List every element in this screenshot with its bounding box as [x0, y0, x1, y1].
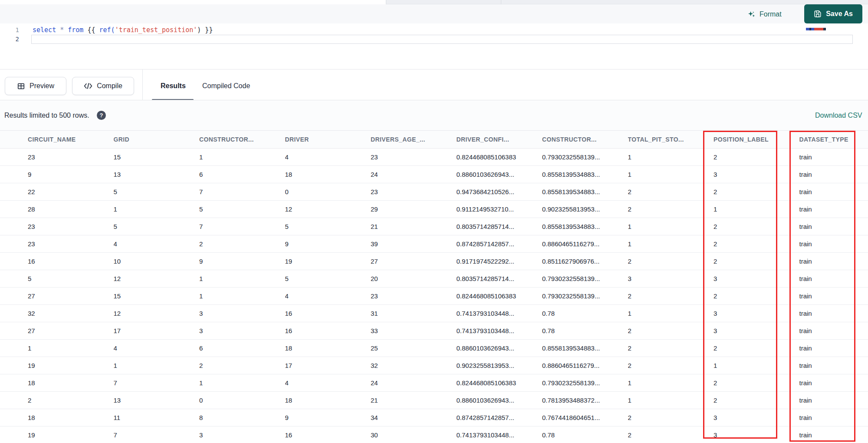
table-cell: 18: [285, 171, 371, 178]
table-cell: 0.7813953488372...: [542, 397, 628, 404]
table-cell: 2: [713, 258, 799, 265]
table-cell: 2: [713, 344, 799, 352]
table-cell: 31: [371, 310, 457, 317]
code-line[interactable]: select * from {{ ref('train_test_positio…: [33, 25, 213, 35]
table-cell: 0.7930232558139...: [542, 153, 628, 161]
code-token-plain: ) }}: [197, 26, 213, 34]
table-cell: 0: [199, 397, 285, 404]
table-cell: 3: [713, 171, 799, 178]
table-cell: train: [799, 414, 868, 421]
table-cell: 0.8035714285714...: [457, 223, 542, 230]
table-cell: 0.8860465116279...: [542, 240, 628, 248]
table-cell: 1: [713, 362, 799, 369]
table-cell: 0.9023255813953...: [457, 362, 542, 369]
table-cell: 1: [199, 275, 285, 282]
table-cell: 18: [285, 397, 371, 404]
table-cell: 6: [199, 344, 285, 352]
table-cell: 24: [371, 171, 457, 178]
table-cell: 2: [713, 188, 799, 195]
table-cell: train: [799, 171, 868, 178]
table-cell: 0.9023255813953...: [542, 205, 628, 213]
table-cell: 3: [713, 414, 799, 421]
code-icon: [84, 82, 92, 90]
table-cell: 0.7413793103448...: [457, 327, 542, 334]
table-cell: 32: [28, 310, 114, 317]
table-grid-icon: [17, 82, 25, 90]
table-cell: 7: [199, 188, 285, 195]
table-cell: train: [799, 310, 868, 317]
table-cell: 4: [285, 292, 371, 300]
table-cell: 5: [285, 223, 371, 230]
table-cell: 0.8558139534883...: [542, 171, 628, 178]
tab-results[interactable]: Results: [161, 77, 186, 95]
table-row: 23575210.8035714285714...0.8558139534883…: [0, 218, 868, 235]
row-limit-status: Results limited to 500 rows.: [4, 111, 89, 120]
table-cell: 2: [713, 240, 799, 248]
table-cell: 12: [114, 275, 200, 282]
table-cell: 5: [114, 223, 200, 230]
table-cell: 2: [628, 188, 714, 195]
format-button[interactable]: Format: [747, 9, 782, 20]
table-cell: 0.8558139534883...: [542, 223, 628, 230]
format-label: Format: [760, 10, 782, 18]
column-header: DRIVER: [285, 136, 371, 143]
code-token-operator: *: [60, 26, 64, 34]
table-cell: 0.8860103626943...: [457, 171, 542, 178]
help-icon[interactable]: ?: [97, 111, 106, 120]
table-cell: 0.9473684210526...: [457, 188, 542, 195]
column-header: TOTAL_PIT_STO...: [628, 136, 714, 143]
download-csv-link[interactable]: Download CSV: [815, 111, 862, 120]
table-row: 22570230.9473684210526...0.8558139534883…: [0, 183, 868, 201]
table-row: 231514230.8244680851063830.7930232558139…: [0, 149, 868, 166]
table-cell: 24: [371, 379, 457, 387]
table-cell: 19: [28, 362, 114, 369]
status-bar: [0, 100, 868, 130]
table-cell: 0.78: [542, 327, 628, 334]
table-cell: 0.7674418604651...: [542, 414, 628, 421]
table-cell: 1: [628, 240, 714, 248]
table-cell: 6: [199, 171, 285, 178]
table-row: 181189340.8742857142857...0.767441860465…: [0, 409, 868, 426]
table-cell: 1: [628, 310, 714, 317]
results-table-header: CIRCUIT_NAMEGRIDCONSTRUCTOR...DRIVERDRIV…: [0, 130, 868, 149]
save-as-button[interactable]: Save As: [804, 4, 862, 23]
column-header: CONSTRUCTOR...: [199, 136, 285, 143]
table-cell: 33: [371, 327, 457, 334]
table-cell: 0.8860103626943...: [457, 344, 542, 352]
table-cell: 8: [199, 414, 285, 421]
table-cell: 16: [285, 310, 371, 317]
active-file-tab[interactable]: [0, 0, 386, 4]
table-cell: 5: [285, 275, 371, 282]
table-cell: 2: [713, 379, 799, 387]
table-cell: 0.7413793103448...: [457, 310, 542, 317]
table-cell: 16: [285, 327, 371, 334]
table-cell: 2: [713, 153, 799, 161]
table-cell: 2: [713, 292, 799, 300]
table-cell: 17: [285, 362, 371, 369]
code-token-plain: {{: [83, 26, 99, 34]
table-cell: 0.8558139534883...: [542, 188, 628, 195]
table-cell: 1: [28, 344, 114, 352]
table-cell: 27: [28, 292, 114, 300]
column-header: DATASET_TYPE: [799, 136, 868, 143]
table-cell: 2: [628, 344, 714, 352]
table-cell: 23: [371, 292, 457, 300]
divider: [142, 69, 143, 100]
table-row: 271514230.8244680851063830.7930232558139…: [0, 288, 868, 305]
sparkles-icon: [747, 10, 756, 19]
table-cell: 5: [114, 188, 200, 195]
save-icon: [814, 10, 822, 18]
table-row: 213018210.8860103626943...0.781395348837…: [0, 392, 868, 409]
table-cell: 23: [371, 188, 457, 195]
tab-divider: [386, 0, 386, 4]
table-cell: train: [799, 344, 868, 352]
table-cell: 19: [28, 431, 114, 439]
table-cell: 1: [628, 223, 714, 230]
tab-compiled-code[interactable]: Compiled Code: [202, 77, 250, 95]
table-cell: 32: [371, 362, 457, 369]
editor-active-line[interactable]: [31, 35, 853, 44]
compile-button[interactable]: Compile: [72, 77, 134, 95]
preview-button[interactable]: Preview: [5, 77, 66, 95]
table-cell: 30: [371, 431, 457, 439]
table-cell: 23: [28, 240, 114, 248]
